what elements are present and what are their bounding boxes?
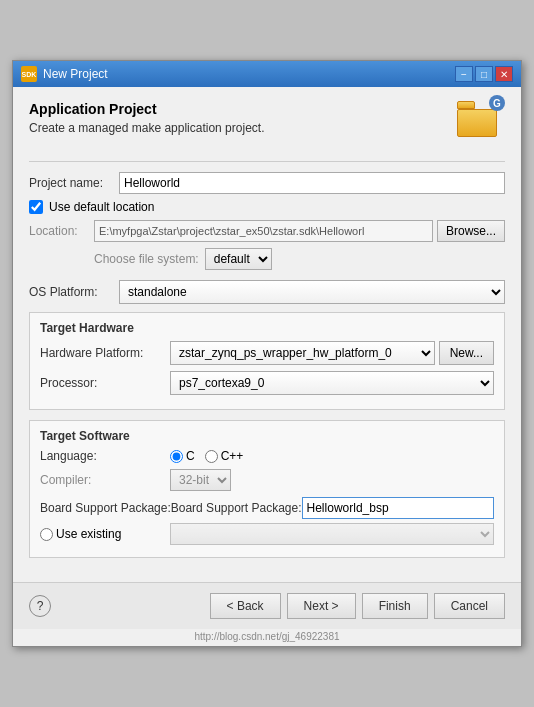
location-label: Location:: [29, 224, 94, 238]
language-row: Language: C C++: [40, 449, 494, 463]
folder-icon: G: [457, 101, 501, 137]
lang-c-label: C: [186, 449, 195, 463]
language-label: Language:: [40, 449, 170, 463]
finish-button[interactable]: Finish: [362, 593, 428, 619]
window-controls: − □ ✕: [455, 66, 513, 82]
filesystem-select[interactable]: default: [205, 248, 272, 270]
maximize-button[interactable]: □: [475, 66, 493, 82]
cancel-button[interactable]: Cancel: [434, 593, 505, 619]
hw-platform-select[interactable]: zstar_zynq_ps_wrapper_hw_platform_0: [170, 341, 435, 365]
language-radio-group: C C++: [170, 449, 243, 463]
processor-row: Processor: ps7_cortexa9_0: [40, 371, 494, 395]
os-platform-group: OS Platform: standalone: [29, 280, 505, 304]
bsp-label: Board Support Package:: [40, 501, 171, 515]
hw-platform-row: Hardware Platform: zstar_zynq_ps_wrapper…: [40, 341, 494, 365]
project-name-group: Project name:: [29, 172, 505, 194]
titlebar-left: SDK New Project: [21, 66, 108, 82]
location-input[interactable]: [94, 220, 433, 242]
lang-cpp-label: C++: [221, 449, 244, 463]
target-hardware-title: Target Hardware: [40, 321, 494, 335]
compiler-row: Compiler: 32-bit: [40, 469, 494, 491]
minimize-button[interactable]: −: [455, 66, 473, 82]
target-software-section: Target Software Language: C C++ Com: [29, 420, 505, 558]
dialog-content: Application Project Create a managed mak…: [13, 87, 521, 582]
sdk-icon: SDK: [21, 66, 37, 82]
help-button[interactable]: ?: [29, 595, 51, 617]
footer-left: ?: [29, 595, 51, 617]
watermark: http://blog.csdn.net/gj_46922381: [13, 629, 521, 646]
titlebar: SDK New Project − □ ✕: [13, 61, 521, 87]
folder-body: [457, 109, 497, 137]
use-existing-row: Use existing: [40, 523, 494, 545]
bsp-name-input[interactable]: [302, 497, 494, 519]
dialog-title: Application Project: [29, 101, 264, 117]
footer-right: < Back Next > Finish Cancel: [210, 593, 505, 619]
target-software-title: Target Software: [40, 429, 494, 443]
window-title: New Project: [43, 67, 108, 81]
hw-platform-label: Hardware Platform:: [40, 346, 170, 360]
target-hardware-section: Target Hardware Hardware Platform: zstar…: [29, 312, 505, 410]
compiler-label: Compiler:: [40, 473, 170, 487]
processor-select[interactable]: ps7_cortexa9_0: [170, 371, 494, 395]
filesystem-group: Choose file system: default: [94, 248, 505, 270]
dialog-footer: ? < Back Next > Finish Cancel: [13, 582, 521, 629]
bsp-section-label: Board Support Package:: [171, 501, 302, 515]
use-default-location-group: Use default location: [29, 200, 505, 214]
use-existing-label-wrapper: Use existing: [40, 527, 170, 541]
bsp-create-new-row: Board Support Package: Board Support Pac…: [40, 497, 494, 519]
project-name-label: Project name:: [29, 176, 119, 190]
location-group: Location: Browse...: [29, 220, 505, 242]
lang-c-radio[interactable]: [170, 450, 183, 463]
use-default-location-checkbox[interactable]: [29, 200, 43, 214]
lang-c-option: C: [170, 449, 195, 463]
header-divider: [29, 161, 505, 162]
header-section: Application Project Create a managed mak…: [29, 101, 505, 149]
header-text: Application Project Create a managed mak…: [29, 101, 264, 135]
compiler-select[interactable]: 32-bit: [170, 469, 231, 491]
use-existing-label: Use existing: [56, 527, 121, 541]
lang-cpp-option: C++: [205, 449, 244, 463]
use-existing-radio[interactable]: [40, 528, 53, 541]
use-existing-select[interactable]: [170, 523, 494, 545]
lang-cpp-radio[interactable]: [205, 450, 218, 463]
close-button[interactable]: ✕: [495, 66, 513, 82]
os-platform-label: OS Platform:: [29, 285, 119, 299]
main-window: SDK New Project − □ ✕ Application Projec…: [12, 60, 522, 647]
header-icon: G: [457, 101, 505, 149]
back-button[interactable]: < Back: [210, 593, 281, 619]
dialog-subtitle: Create a managed make application projec…: [29, 121, 264, 135]
processor-label: Processor:: [40, 376, 170, 390]
project-name-input[interactable]: [119, 172, 505, 194]
browse-button[interactable]: Browse...: [437, 220, 505, 242]
use-default-location-label: Use default location: [49, 200, 154, 214]
next-button[interactable]: Next >: [287, 593, 356, 619]
folder-tab: [457, 101, 475, 109]
new-hw-button[interactable]: New...: [439, 341, 494, 365]
use-existing-option: Use existing: [40, 527, 170, 541]
os-platform-select[interactable]: standalone: [119, 280, 505, 304]
folder-arrow: G: [489, 95, 505, 111]
filesystem-label: Choose file system:: [94, 252, 199, 266]
